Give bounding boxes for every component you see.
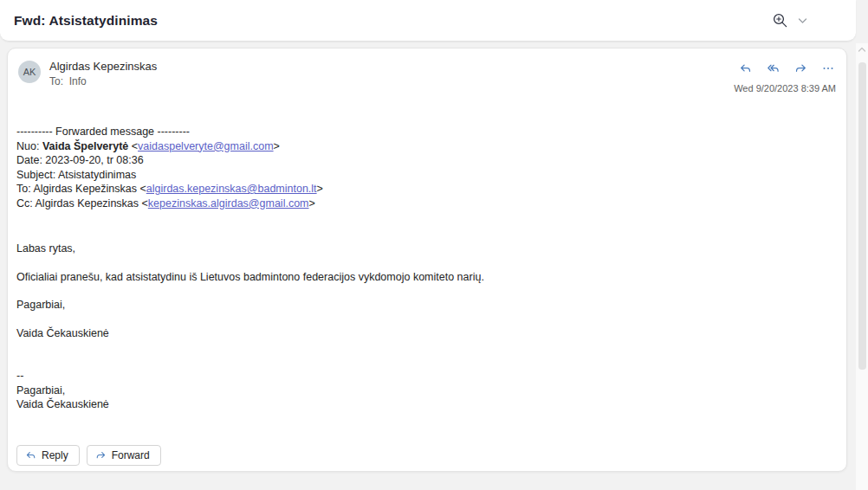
body-closing-name: Vaida Čekauskienė xyxy=(16,326,831,341)
message-timestamp: Wed 9/20/2023 8:39 AM xyxy=(734,83,836,93)
forwarded-to-line: To: Algirdas Kepežinskas <algirdas.kepez… xyxy=(16,182,831,197)
body-greeting: Labas rytas, xyxy=(16,242,831,256)
body-closing: Pagarbiai, xyxy=(16,298,831,313)
sender-name: Algirdas Kepezinskas xyxy=(49,60,157,73)
message-body: ---------- Forwarded message --------- N… xyxy=(8,93,846,412)
forwarded-cc-line: Cc: Algirdas Kepezinskas <kepezinskas.al… xyxy=(16,197,831,211)
angle-open: < xyxy=(132,140,138,152)
to-email-link[interactable]: algirdas.kepezinskas@badminton.lt xyxy=(146,183,317,195)
forward-arrow-icon xyxy=(95,450,107,461)
angle-close: > xyxy=(274,140,280,152)
forward-button-label: Forward xyxy=(112,449,150,461)
zoom-in-icon[interactable] xyxy=(770,10,790,30)
message-header: AK Algirdas Kepezinskas To: Info xyxy=(8,48,846,93)
reply-button[interactable]: Reply xyxy=(16,445,80,466)
angle-close: > xyxy=(317,183,323,195)
angle-close: > xyxy=(309,197,315,210)
more-options-icon[interactable] xyxy=(820,61,836,76)
reply-button-label: Reply xyxy=(42,449,68,461)
signature-block: -- Pagarbiai, Vaida Čekauskienė xyxy=(16,369,831,412)
reply-arrow-icon xyxy=(25,450,36,461)
email-message-card: AK Algirdas Kepezinskas To: Info xyxy=(7,48,847,472)
scrollbar-track[interactable] xyxy=(856,43,868,490)
footer-actions: Reply Forward xyxy=(16,445,161,466)
to-label: To: Algirdas Kepežinskas xyxy=(16,183,139,195)
signature-name: Vaida Čekauskienė xyxy=(16,397,831,412)
subject-bar: Fwd: Atsistatydinimas xyxy=(0,0,856,42)
angle-open: < xyxy=(139,183,146,195)
cc-label: Cc: Algirdas Kepezinskas xyxy=(16,197,142,210)
signature-closing: Pagarbiai, xyxy=(16,384,831,398)
forwarded-subject-line: Subject: Atsistatydinimas xyxy=(16,168,831,183)
from-label: Nuo: xyxy=(16,140,42,152)
sender-block: Algirdas Kepezinskas To: Info xyxy=(49,57,157,93)
chevron-down-icon[interactable] xyxy=(796,16,809,26)
signature-divider: -- xyxy=(16,369,831,384)
forward-icon[interactable] xyxy=(793,61,809,76)
forwarded-divider: ---------- Forwarded message --------- xyxy=(16,125,831,139)
cc-email-link[interactable]: kepezinskas.algirdas@gmail.com xyxy=(148,197,309,210)
forwarded-date-line: Date: 2023-09-20, tr 08:36 xyxy=(16,153,831,168)
reply-all-icon[interactable] xyxy=(765,61,781,76)
page-title: Fwd: Atsistatydinimas xyxy=(14,13,158,29)
recipient-line: To: Info xyxy=(49,75,157,87)
body-paragraph: Oficialiai pranešu, kad atsistatydinu iš… xyxy=(16,270,831,285)
reply-icon[interactable] xyxy=(737,61,754,76)
forwarded-from-line: Nuo: Vaida Špelverytė <vaidaspelveryte@g… xyxy=(16,139,831,154)
from-name: Vaida Špelverytė xyxy=(42,140,128,152)
angle-open: < xyxy=(142,197,148,210)
scrollbar-up-icon[interactable] xyxy=(858,47,866,53)
message-actions: Wed 9/20/2023 8:39 AM xyxy=(734,57,838,93)
forwarded-header-block: ---------- Forwarded message --------- N… xyxy=(16,125,831,210)
forward-button[interactable]: Forward xyxy=(87,445,161,466)
scrollbar-thumb[interactable] xyxy=(858,62,866,370)
from-email-link[interactable]: vaidaspelveryte@gmail.com xyxy=(138,140,274,152)
avatar[interactable]: AK xyxy=(18,61,41,83)
subject-bar-actions xyxy=(770,10,809,30)
